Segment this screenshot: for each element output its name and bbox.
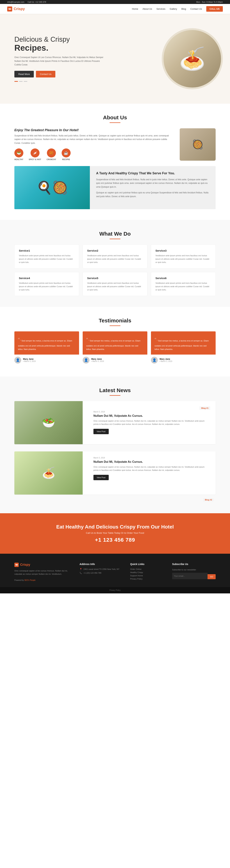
top-bar-left: info@Example.com Call Us: +12 345 678	[7, 1, 49, 3]
about-title: About Us	[14, 115, 216, 121]
about-text-block: Enjoy The Greatest Pleasure In Our Hotel…	[14, 128, 172, 161]
about-bottom-content: A Tasty And Healthy Crispy That We Serve…	[90, 166, 216, 209]
service-3-title: Service3	[156, 249, 211, 252]
about-bottom: 🍳🥘 A Tasty And Healthy Crispy That We Se…	[14, 166, 216, 209]
testimonial-1-date: • March 3, 2019	[23, 360, 36, 362]
footer-about-text: Orec consequat sapien ut leo cursus rhon…	[14, 569, 72, 576]
testimonial-2-text: Sed semper leo metus, a lacinia eros et …	[86, 340, 140, 350]
hero-text: Orec Consequat Sapien Ut Leo Cursus Rhon…	[14, 56, 104, 66]
cookware-image: 🍳🥘	[14, 166, 90, 209]
nav-links: Home About Us Services Gallery Blog Cont…	[132, 6, 223, 12]
nav-about[interactable]: About Us	[142, 7, 152, 10]
footer-address: 📍 2461 canal street TX 2356 New York, NY…	[79, 568, 123, 574]
top-bar-email[interactable]: info@Example.com	[7, 1, 25, 3]
about-icon-recipe: ☕ RECIPIE	[62, 149, 71, 160]
service-1-text: Vestibulum ante ipsum primis sed inors f…	[19, 254, 74, 264]
news-item-2: March 3, 2019 Nullam Dui Mi, Vulputate A…	[14, 452, 216, 495]
hero-section: Delicious & Crispy Recipes. Orec Consequ…	[0, 14, 230, 104]
footer-copyright: Privacy Policy	[109, 589, 121, 591]
testimonials-grid: “ Sed semper leo metus, a lacinia eros e…	[14, 331, 216, 366]
view-post-button-1[interactable]: View Post	[93, 429, 109, 434]
hero-content: Delicious & Crispy Recipes. Orec Consequ…	[14, 36, 104, 82]
nav-gallery[interactable]: Gallery	[170, 7, 177, 10]
service-card-4: Service4 Vestibulum ante ipsum primis se…	[14, 272, 79, 296]
testimonial-2-name: Mary Jane	[91, 358, 104, 360]
footer-about: 🍽 Crispy Orec consequat sapien ut leo cu…	[14, 563, 72, 582]
about-icons: 🥗 HEALTHY 🌶 SPICY & HOT 🥨 CRUNCHY ☕ RECI…	[14, 149, 172, 160]
nav-contact[interactable]: Contact Us	[191, 7, 202, 10]
about-bottom-title: A Tasty And Healthy Crispy That We Serve…	[96, 172, 209, 175]
hero-food-image: 🍝	[164, 30, 221, 88]
service-card-1: Service1 Vestibulum ante ipsum primis se…	[14, 245, 79, 269]
footer-links-title: Quick Links	[130, 563, 165, 565]
nav-services[interactable]: Services	[157, 7, 165, 10]
testimonials-underline	[109, 326, 121, 326]
testimonial-3-avatar: 👤	[151, 357, 158, 364]
hero-dots	[14, 81, 104, 82]
blog2-badge-wrapper: Blog #2	[14, 498, 216, 502]
footer-address-title: Address Info	[79, 563, 123, 565]
footer: 🍽 Crispy Orec consequat sapien ut leo cu…	[0, 554, 230, 587]
cta-banner: Eat Healthy And Delicious Crispy From Ou…	[0, 513, 230, 554]
testimonials-section: Testimonials “ Sed semper leo metus, a l…	[0, 307, 230, 376]
footer-address-street: 📍 2461 canal street TX 2356 New York, NY	[79, 568, 123, 570]
logo-text: Crispy	[14, 7, 25, 11]
nav-home[interactable]: Home	[132, 7, 138, 10]
quote-mark-icon-3: “	[157, 340, 158, 342]
top-bar-phone[interactable]: Call Us: +12 345 678	[28, 1, 46, 3]
about-icon-spicy: 🌶 SPICY & HOT	[29, 149, 41, 160]
service-card-2: Service2 Vestibulum ante ipsum primis se…	[83, 245, 147, 269]
about-section: About Us Enjoy The Greatest Pleasure In …	[0, 104, 230, 220]
testimonial-1-avatar: 👤	[14, 357, 21, 364]
service-card-5: Service5 Vestibulum ante ipsum primis se…	[83, 272, 147, 296]
hero-dot-3	[24, 81, 27, 82]
testimonial-2-info: Mary Jane • March 3, 2019	[91, 358, 104, 362]
view-post-button-2[interactable]: View Post	[93, 475, 109, 480]
testimonial-3-name: Mary Jane	[160, 358, 172, 360]
spicy-icon: 🌶	[31, 149, 39, 157]
footer-subscribe-desc: Subscribe to our newsletter	[172, 568, 216, 571]
read-more-button[interactable]: Read More	[14, 71, 34, 78]
testimonial-3-date: • March 3, 2019	[160, 360, 172, 362]
call-button[interactable]: CALL US	[206, 6, 223, 12]
footer-link-support: Support Home	[130, 575, 165, 577]
hero-dot-2	[19, 81, 23, 82]
service-2-text: Vestibulum ante ipsum primis sed inors f…	[87, 254, 143, 264]
hero-title: Delicious & Crispy Recipes.	[14, 36, 104, 52]
service-6-text: Vestibulum ante ipsum primis sed inors f…	[156, 281, 211, 291]
service-5-text: Vestibulum ante ipsum primis sed inors f…	[87, 281, 143, 291]
service-4-title: Service4	[19, 277, 74, 280]
testimonial-1-text: Sed semper leo metus, a lacinia eros et …	[18, 340, 72, 350]
news-item-1: 🥗 Blog #1 March 3, 2019 Nullam Dui Mi, V…	[14, 401, 216, 444]
testimonials-title: Testimonials	[14, 317, 216, 324]
cta-title: Eat Healthy And Delicious Crispy From Ou…	[7, 524, 223, 530]
service-2-title: Service2	[87, 249, 143, 252]
footer-powered-by: Powered by SEO'z People	[14, 579, 72, 582]
subscribe-email-input[interactable]	[172, 573, 207, 579]
footer-address-col: Address Info 📍 2461 canal street TX 2356…	[79, 563, 123, 582]
service-1-title: Service1	[19, 249, 74, 252]
service-5-title: Service5	[87, 277, 143, 280]
nav-logo: 🍽 Crispy	[7, 6, 25, 11]
cta-subtitle: Call Us to Book Your Table Today Or to O…	[7, 532, 223, 534]
testimonial-1: “ Sed semper leo metus, a lacinia eros e…	[14, 331, 79, 366]
about-food-image: 🥘	[180, 128, 216, 161]
contact-us-button[interactable]: Contact Us	[36, 71, 55, 78]
subscribe-button[interactable]: GO	[207, 574, 216, 579]
news-image-2: 🍝	[14, 452, 83, 495]
about-icon-crunchy: 🥨 CRUNCHY	[46, 149, 56, 160]
testimonial-2-date: • March 3, 2019	[91, 360, 104, 362]
news-title-1: Nullam Dui Mi, Vulputate Ac Cursus.	[93, 414, 210, 417]
nav-blog[interactable]: Blog	[182, 7, 186, 10]
services-underline	[109, 239, 121, 239]
about-paragraph: Suspendisse id felis sed felis tincidunt…	[14, 134, 172, 145]
footer-bottom: Privacy Policy	[0, 587, 230, 593]
testimonial-1-name: Mary Jane	[23, 358, 36, 360]
news-date-2: March 3, 2019	[93, 457, 210, 459]
footer-link-privacy: Privacy Policy	[130, 578, 165, 580]
footer-subscribe-col: Subscribe Us Subscribe to our newsletter…	[172, 563, 216, 582]
location-icon: 📍	[79, 568, 82, 570]
hero-image: 🍝	[162, 28, 223, 89]
healthy-icon: 🥗	[14, 149, 23, 157]
news-image-1: 🥗	[14, 401, 83, 444]
